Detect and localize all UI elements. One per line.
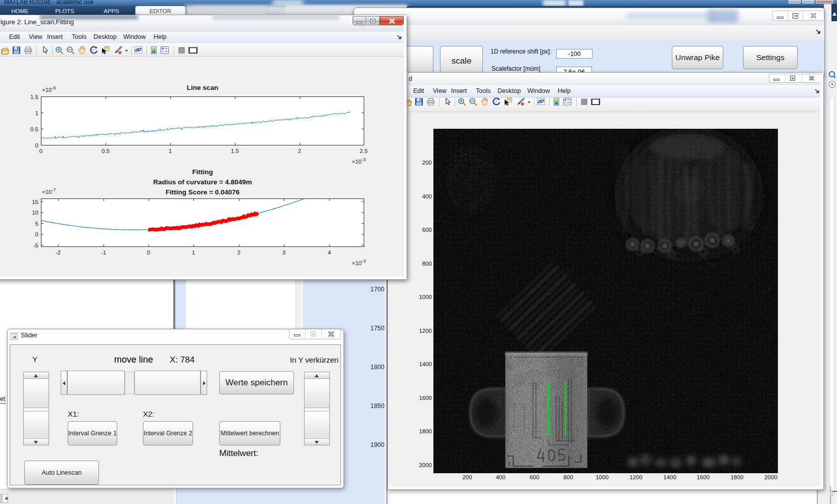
svg-text:Line scan: Line scan — [187, 84, 218, 91]
svg-text:1: 1 — [192, 249, 195, 256]
svg-text:-2: -2 — [56, 249, 61, 256]
svg-text:10: 10 — [32, 210, 38, 216]
svg-text:×10-3: ×10-3 — [352, 259, 366, 266]
svg-text:×10-6: ×10-6 — [42, 85, 56, 93]
svg-text:5: 5 — [35, 221, 38, 227]
svg-text:0.5: 0.5 — [102, 148, 110, 154]
svg-text:0.5: 0.5 — [30, 126, 38, 132]
svg-text:2.5: 2.5 — [360, 148, 368, 154]
svg-text:1: 1 — [169, 148, 172, 154]
svg-text:×10-3: ×10-3 — [352, 157, 366, 165]
svg-text:Fitting: Fitting — [192, 168, 213, 176]
svg-text:Fitting Score = 0.04076: Fitting Score = 0.04076 — [166, 188, 240, 196]
svg-text:0: 0 — [147, 249, 150, 256]
svg-text:3: 3 — [282, 249, 285, 256]
svg-text:15: 15 — [32, 199, 38, 205]
svg-text:1.5: 1.5 — [231, 148, 239, 154]
svg-text:0: 0 — [35, 231, 38, 237]
svg-text:4: 4 — [328, 249, 331, 256]
svg-text:0: 0 — [39, 148, 42, 154]
svg-text:×10-7: ×10-7 — [42, 187, 56, 195]
svg-text:2: 2 — [237, 249, 240, 256]
svg-text:Radius of curvature = 4.8049m: Radius of curvature = 4.8049m — [153, 178, 252, 186]
svg-text:-1: -1 — [101, 249, 106, 256]
svg-text:1.5: 1.5 — [30, 94, 38, 100]
svg-text:0: 0 — [35, 142, 38, 148]
svg-text:-5: -5 — [33, 242, 38, 248]
svg-text:2: 2 — [298, 148, 301, 154]
svg-text:1: 1 — [35, 110, 38, 116]
